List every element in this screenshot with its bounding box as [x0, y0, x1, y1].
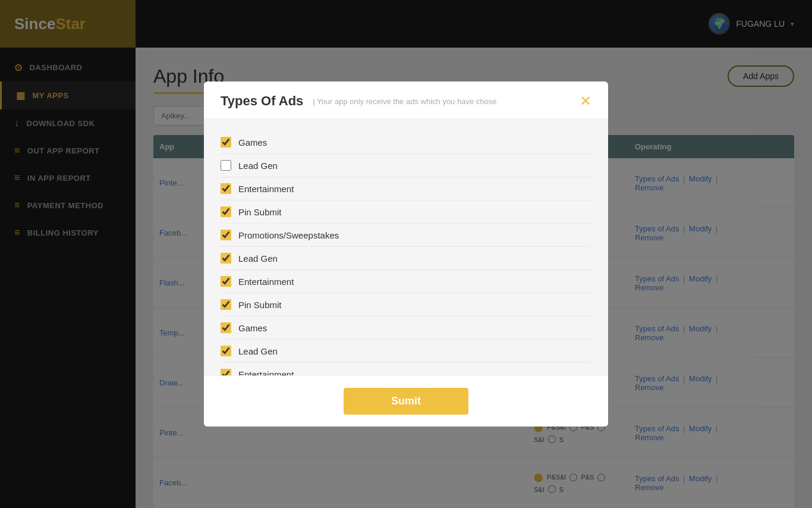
checkbox-item: Entertainment	[221, 177, 591, 200]
ad-type-label: Lead Gen	[238, 161, 278, 171]
ad-type-label: Pin Submit	[238, 300, 282, 310]
ad-type-checkbox-4[interactable]	[221, 230, 231, 240]
checkbox-item: Promotions/Sweepstakes	[221, 224, 591, 247]
ad-type-label: Games	[238, 323, 267, 333]
checkbox-item: Entertainment	[221, 363, 591, 375]
ad-type-label: Entertainment	[238, 184, 294, 194]
checkbox-item: Games	[221, 131, 591, 154]
ad-type-checkbox-7[interactable]	[221, 299, 231, 310]
checkbox-item: Lead Gen	[221, 340, 591, 363]
checkbox-item: Games	[221, 316, 591, 340]
ad-type-label: Games	[238, 137, 267, 148]
checkbox-item: Pin Submit	[221, 293, 591, 316]
ad-type-checkbox-1[interactable]	[221, 160, 231, 171]
ad-type-label: Lead Gen	[238, 253, 278, 264]
modal-body: GamesLead GenEntertainmentPin SubmitProm…	[204, 119, 608, 375]
checkbox-item: Entertainment	[221, 270, 591, 293]
ad-type-checkbox-10[interactable]	[221, 369, 231, 375]
ad-type-checkbox-3[interactable]	[221, 206, 231, 217]
checkbox-item: Lead Gen	[221, 154, 591, 177]
modal-subtitle: | Your app only receive the ads which yo…	[313, 97, 496, 106]
ad-type-label: Lead Gen	[238, 346, 278, 356]
ad-type-checkbox-0[interactable]	[221, 137, 231, 148]
ad-type-checkbox-5[interactable]	[221, 253, 231, 264]
checkbox-item: Lead Gen	[221, 247, 591, 270]
modal-close-button[interactable]: ✕	[580, 94, 591, 108]
modal-header: Types Of Ads | Your app only receive the…	[204, 81, 608, 119]
modal-title: Types Of Ads	[221, 93, 303, 109]
ad-type-checkbox-9[interactable]	[221, 346, 231, 356]
ad-type-label: Pin Submit	[238, 207, 282, 217]
submit-button[interactable]: Sumit	[344, 388, 468, 415]
modal: Types Of Ads | Your app only receive the…	[204, 81, 608, 427]
modal-footer: Sumit	[204, 375, 608, 427]
ad-type-label: Entertainment	[238, 369, 294, 376]
modal-overlay[interactable]: Types Of Ads | Your app only receive the…	[0, 0, 812, 508]
ad-type-label: Promotions/Sweepstakes	[238, 230, 339, 240]
ad-type-checkbox-6[interactable]	[221, 276, 231, 287]
ad-type-checkbox-2[interactable]	[221, 183, 231, 194]
ad-type-checkbox-8[interactable]	[221, 322, 231, 333]
ad-type-label: Entertainment	[238, 277, 294, 287]
checkbox-item: Pin Submit	[221, 200, 591, 224]
